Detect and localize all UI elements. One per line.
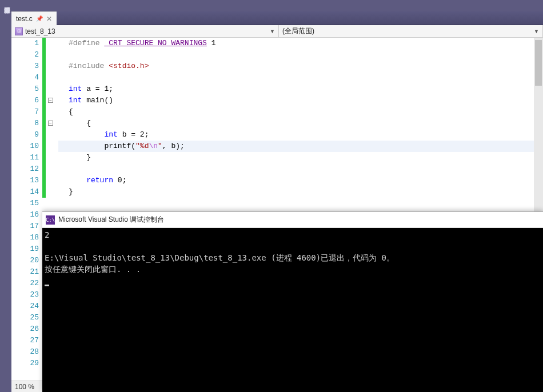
code-line[interactable]: } <box>58 152 543 163</box>
line-number: 17 <box>11 221 39 232</box>
code-line[interactable]: } <box>58 186 543 198</box>
line-number: 9 <box>11 129 39 141</box>
code-line[interactable]: { <box>58 106 543 118</box>
code-line[interactable]: #include <stdio.h> <box>58 61 543 72</box>
line-number: 8 <box>11 118 39 129</box>
scrollbar-thumb[interactable] <box>535 40 542 86</box>
line-number: 13 <box>11 175 39 186</box>
line-number: 3 <box>11 61 39 72</box>
line-number: 10 <box>11 141 39 152</box>
chevron-down-icon: ▼ <box>534 29 539 34</box>
line-number: 26 <box>11 323 39 335</box>
fold-toggle[interactable]: − <box>48 98 53 103</box>
code-line[interactable]: printf("%d\n", b); <box>58 141 543 152</box>
nav-scope-label: (全局范围) <box>282 26 314 36</box>
console-titlebar[interactable]: C:\ Microsoft Visual Studio 调试控制台 <box>42 212 543 228</box>
console-cursor <box>45 285 49 286</box>
tab-well: test.c 📌 ✕ <box>11 11 543 25</box>
line-number-gutter: 1234567891011121314151617181920212223242… <box>11 38 42 381</box>
pin-icon[interactable]: 📌 <box>36 15 43 22</box>
tab-well-fill <box>57 11 543 25</box>
zoom-label: 100 % <box>15 383 34 391</box>
line-number: 23 <box>11 289 39 301</box>
code-line[interactable] <box>58 198 543 209</box>
console-output[interactable]: 2 E:\Visual Studio\test_8_13\Debug\test_… <box>42 228 543 392</box>
change-indicator <box>42 38 46 198</box>
line-number: 18 <box>11 232 39 243</box>
navigation-bar: ⊞ test_8_13 ▼ (全局范围) ▼ <box>11 25 543 38</box>
line-number: 29 <box>11 358 39 369</box>
code-line[interactable] <box>58 72 543 83</box>
code-line[interactable] <box>58 163 543 175</box>
line-number: 28 <box>11 346 39 358</box>
line-number: 2 <box>11 49 39 61</box>
nav-project-select[interactable]: ⊞ test_8_13 ▼ <box>11 25 279 37</box>
file-tab-label: test.c <box>16 15 33 23</box>
line-number: 19 <box>11 243 39 255</box>
code-line[interactable]: return 0; <box>58 175 543 186</box>
code-line[interactable]: { <box>58 118 543 129</box>
console-icon: C:\ <box>46 215 55 225</box>
line-number: 20 <box>11 255 39 266</box>
line-number: 1 <box>11 38 39 49</box>
line-number: 16 <box>11 209 39 221</box>
line-number: 5 <box>11 83 39 95</box>
line-number: 6 <box>11 95 39 106</box>
line-number: 15 <box>11 198 39 209</box>
line-number: 25 <box>11 312 39 323</box>
line-number: 21 <box>11 266 39 278</box>
left-toolwindow-tab[interactable]: 服务器资源管理器 <box>0 0 11 392</box>
nav-scope-select[interactable]: (全局范围) ▼ <box>279 25 543 37</box>
line-number: 12 <box>11 163 39 175</box>
close-icon[interactable]: ✕ <box>46 15 52 23</box>
project-icon: ⊞ <box>15 27 23 35</box>
debug-console-window: C:\ Microsoft Visual Studio 调试控制台 2 E:\V… <box>42 211 543 392</box>
line-number: 27 <box>11 335 39 346</box>
nav-project-label: test_8_13 <box>25 27 55 35</box>
console-title-text: Microsoft Visual Studio 调试控制台 <box>58 215 164 225</box>
file-tab[interactable]: test.c 📌 ✕ <box>11 11 57 25</box>
fold-toggle[interactable]: − <box>48 121 53 126</box>
code-line[interactable]: #define _CRT_SECURE_NO_WARNINGS 1 <box>58 38 543 49</box>
code-line[interactable]: int main() <box>58 95 543 106</box>
code-line[interactable] <box>58 49 543 61</box>
line-number: 24 <box>11 301 39 312</box>
line-number: 4 <box>11 72 39 83</box>
line-number: 14 <box>11 186 39 198</box>
code-line[interactable]: int a = 1; <box>58 83 543 95</box>
chevron-down-icon: ▼ <box>270 29 275 34</box>
line-number: 7 <box>11 106 39 118</box>
line-number: 22 <box>11 278 39 289</box>
code-line[interactable]: int b = 2; <box>58 129 543 141</box>
line-number: 11 <box>11 152 39 163</box>
